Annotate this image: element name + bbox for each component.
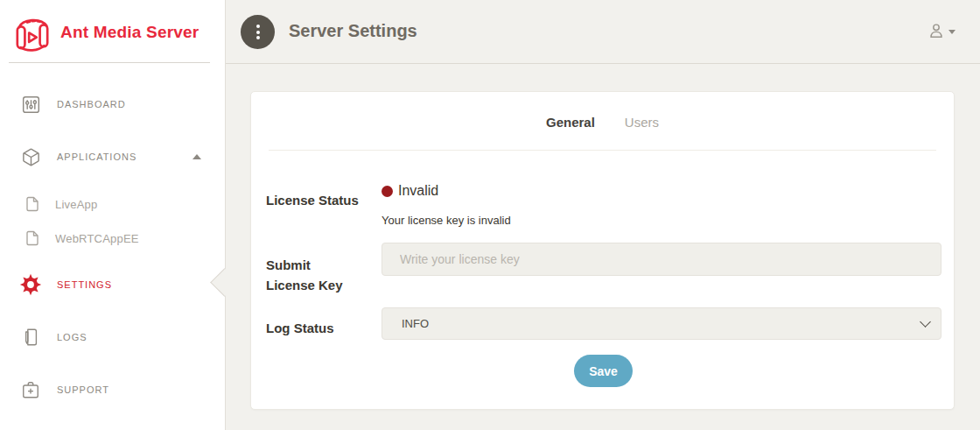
tab-divider — [269, 150, 936, 151]
logs-icon — [19, 328, 42, 347]
submit-license-key-label: Submit License Key — [266, 255, 362, 295]
sidebar-item-label: SUPPORT — [57, 384, 109, 395]
applications-icon — [19, 147, 42, 167]
settings-card: General Users License Status Invalid You… — [250, 91, 955, 410]
log-status-label: Log Status — [266, 318, 334, 338]
sidebar-item-label: LiveApp — [55, 198, 97, 211]
license-status-label: License Status — [266, 190, 359, 210]
license-key-input[interactable] — [382, 243, 942, 276]
menu-kebab-button[interactable] — [241, 15, 275, 49]
tab-users[interactable]: Users — [625, 115, 659, 130]
sidebar-item-support[interactable]: SUPPORT — [0, 372, 225, 407]
tab-general[interactable]: General — [546, 115, 595, 130]
file-icon — [21, 196, 44, 212]
sidebar-divider — [9, 62, 210, 63]
sidebar-item-liveapp[interactable]: LiveApp — [0, 187, 225, 222]
chevron-down-icon — [920, 316, 931, 328]
sidebar-item-logs[interactable]: LOGS — [0, 320, 225, 355]
sidebar-item-label: LOGS — [57, 332, 88, 342]
chevron-up-icon — [192, 154, 201, 159]
topbar: Server Settings — [226, 0, 980, 64]
sidebar-item-label: WebRTCAppEE — [55, 232, 139, 245]
chevron-down-icon — [948, 30, 956, 34]
save-button[interactable]: Save — [574, 355, 633, 387]
brand-logo[interactable]: Ant Media Server — [14, 13, 199, 52]
sidebar-item-settings[interactable]: SETTINGS — [0, 267, 225, 302]
user-menu-button[interactable] — [927, 21, 956, 40]
page-title: Server Settings — [289, 21, 417, 41]
dashboard-icon — [19, 95, 42, 115]
sidebar-item-label: APPLICATIONS — [57, 152, 136, 162]
status-dot-icon — [382, 186, 393, 197]
gear-icon — [19, 272, 42, 297]
license-status-value: Invalid — [382, 183, 438, 199]
ant-media-logo-icon — [14, 13, 51, 52]
sidebar-item-label: SETTINGS — [57, 279, 112, 290]
sidebar: Ant Media Server DASHBOARD APPLICATIONS — [0, 0, 226, 430]
support-icon — [19, 380, 42, 399]
tab-bar: General Users — [251, 115, 954, 130]
log-status-select[interactable]: INFO — [382, 307, 942, 340]
license-status-help: Your license key is invalid — [382, 214, 511, 227]
brand-name: Ant Media Server — [60, 23, 199, 42]
sidebar-item-dashboard[interactable]: DASHBOARD — [0, 87, 225, 122]
sidebar-item-label: DASHBOARD — [57, 99, 126, 109]
user-icon — [927, 21, 946, 40]
sidebar-item-webrtcappee[interactable]: WebRTCAppEE — [0, 221, 225, 256]
file-icon — [21, 230, 44, 246]
sidebar-item-applications[interactable]: APPLICATIONS — [0, 139, 225, 174]
